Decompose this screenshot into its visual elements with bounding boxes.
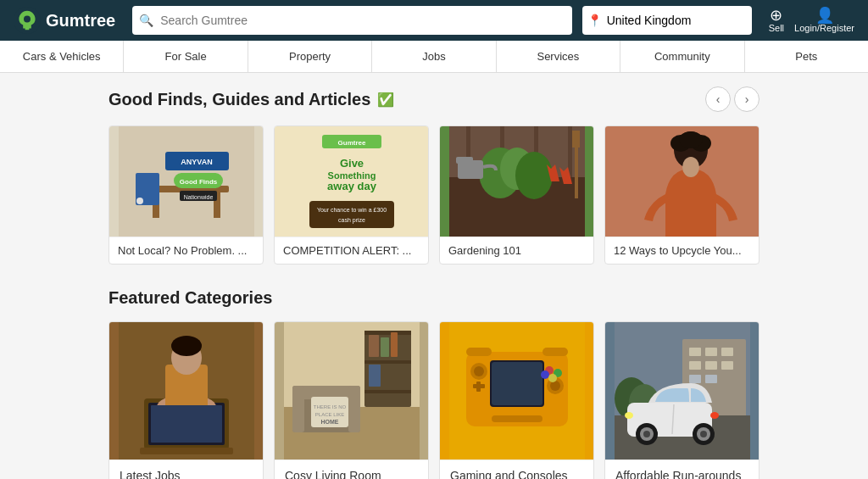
svg-point-33	[515, 152, 553, 199]
svg-rect-1	[25, 25, 30, 30]
nav-item-cars[interactable]: Cars & Vehicles	[0, 41, 124, 72]
svg-point-44	[682, 157, 699, 177]
featured-card-1[interactable]: THERE IS NO PLACE LIKE HOME Cosy Living …	[274, 321, 429, 479]
svg-point-113	[710, 412, 719, 419]
location-input[interactable]	[607, 14, 752, 27]
svg-text:cash prize: cash prize	[338, 217, 365, 224]
svg-text:PLACE LIKE: PLACE LIKE	[314, 412, 343, 417]
articles-title-wrap: Good Finds, Guides and Articles ✅	[108, 90, 394, 109]
svg-rect-97	[689, 361, 701, 370]
svg-rect-96	[721, 348, 733, 356]
main-nav: Cars & Vehicles For Sale Property Jobs S…	[0, 41, 868, 73]
svg-text:HOME: HOME	[320, 419, 338, 425]
svg-point-52	[171, 336, 202, 356]
svg-rect-67	[292, 386, 304, 432]
nav-item-pets[interactable]: Pets	[745, 41, 868, 72]
article-card-3-image	[605, 126, 759, 237]
svg-text:Gumtree: Gumtree	[337, 139, 365, 147]
svg-rect-100	[689, 375, 701, 383]
svg-rect-63	[391, 332, 398, 357]
svg-point-86	[541, 370, 549, 379]
featured-card-2-image	[440, 322, 593, 460]
featured-card-3-image	[605, 322, 759, 460]
svg-text:away day: away day	[327, 180, 377, 192]
featured-card-1-label: Cosy Living Room Furniture	[275, 460, 428, 479]
svg-rect-48	[140, 448, 233, 454]
nav-item-jobs[interactable]: Jobs	[372, 41, 496, 72]
svg-rect-53	[151, 405, 222, 443]
svg-point-43	[679, 131, 703, 148]
sell-button[interactable]: ⊕ Sell	[769, 8, 784, 33]
svg-rect-64	[369, 365, 381, 387]
article-card-2-label: Gardening 101	[440, 237, 593, 264]
article-card-3-label: 12 Ways to Upcycle You...	[605, 237, 759, 264]
articles-section-header: Good Finds, Guides and Articles ✅ ‹ ›	[108, 86, 760, 112]
search-bar: 🔍	[132, 6, 571, 35]
svg-point-112	[625, 412, 633, 419]
logo-text: Gumtree	[46, 11, 115, 31]
article-card-3[interactable]: 12 Ways to Upcycle You...	[604, 125, 760, 265]
featured-card-3[interactable]: Affordable Run-arounds	[604, 321, 760, 479]
svg-rect-88	[466, 348, 492, 356]
plus-icon: ⊕	[770, 8, 782, 23]
svg-rect-99	[721, 361, 733, 370]
svg-rect-61	[369, 335, 379, 357]
articles-next-button[interactable]: ›	[734, 86, 760, 112]
svg-rect-83	[476, 382, 481, 392]
logo[interactable]: Gumtree	[14, 7, 115, 34]
svg-point-111	[700, 431, 707, 437]
featured-card-2-label: Gaming and Consoles	[440, 460, 593, 479]
article-card-1-label: COMPETITION ALERT: ...	[275, 237, 428, 264]
location-bar: 📍 🔍	[582, 6, 752, 35]
verified-icon: ✅	[377, 92, 394, 108]
featured-section-header: Featured Categories	[108, 288, 760, 308]
login-label: Login/Register	[794, 23, 854, 33]
article-card-2[interactable]: Gardening 101	[439, 125, 594, 265]
svg-rect-95	[705, 348, 717, 356]
nav-item-community[interactable]: Community	[620, 41, 744, 72]
featured-card-0-label: Latest Jobs	[109, 460, 263, 479]
article-card-2-image	[440, 126, 593, 237]
svg-rect-90	[492, 415, 542, 422]
featured-card-2[interactable]: Gaming and Consoles	[439, 321, 594, 479]
article-card-1[interactable]: Gumtree Give Something away day Your cha…	[274, 125, 429, 265]
nav-item-services[interactable]: Services	[497, 41, 620, 72]
articles-grid: ANYVAN Good Finds Nationwide Not Local? …	[108, 125, 760, 265]
svg-text:Nationwide: Nationwide	[183, 194, 213, 200]
svg-text:THERE IS NO: THERE IS NO	[313, 404, 346, 409]
svg-point-8	[136, 198, 143, 204]
svg-point-108	[643, 431, 650, 437]
svg-rect-101	[705, 375, 717, 383]
articles-prev-button[interactable]: ‹	[705, 86, 731, 112]
article-nav-arrows: ‹ ›	[705, 86, 760, 112]
featured-grid: Latest Jobs	[108, 321, 760, 479]
search-icon: 🔍	[132, 14, 160, 27]
svg-text:Your chance to win a £300: Your chance to win a £300	[316, 207, 386, 213]
featured-card-0[interactable]: Latest Jobs	[108, 321, 264, 479]
svg-rect-94	[689, 348, 701, 356]
article-card-0-label: Not Local? No Problem. ...	[109, 237, 263, 264]
svg-rect-98	[705, 361, 717, 370]
login-register-button[interactable]: 👤 Login/Register	[794, 8, 854, 33]
article-card-0[interactable]: ANYVAN Good Finds Nationwide Not Local? …	[108, 125, 264, 265]
search-input[interactable]	[160, 14, 571, 27]
header-actions: ⊕ Sell 👤 Login/Register	[769, 8, 854, 33]
gumtree-logo-icon	[14, 7, 41, 34]
svg-rect-58	[364, 331, 411, 335]
nav-item-property[interactable]: Property	[248, 41, 372, 72]
svg-rect-38	[577, 131, 580, 148]
svg-rect-60	[364, 390, 411, 393]
article-card-0-image: ANYVAN Good Finds Nationwide	[109, 126, 263, 237]
article-card-1-image: Gumtree Give Something away day Your cha…	[275, 126, 428, 237]
location-icon: 📍	[582, 14, 607, 27]
svg-text:Good Finds: Good Finds	[179, 178, 217, 186]
svg-rect-77	[492, 362, 542, 405]
svg-point-2	[24, 15, 31, 22]
svg-rect-35	[456, 157, 473, 164]
svg-rect-21	[309, 201, 394, 228]
articles-title: Good Finds, Guides and Articles	[108, 90, 370, 109]
nav-item-forsale[interactable]: For Sale	[124, 41, 248, 72]
featured-card-1-image: THERE IS NO PLACE LIKE HOME	[275, 322, 428, 460]
user-icon: 👤	[815, 8, 834, 23]
svg-text:Give: Give	[339, 157, 363, 170]
